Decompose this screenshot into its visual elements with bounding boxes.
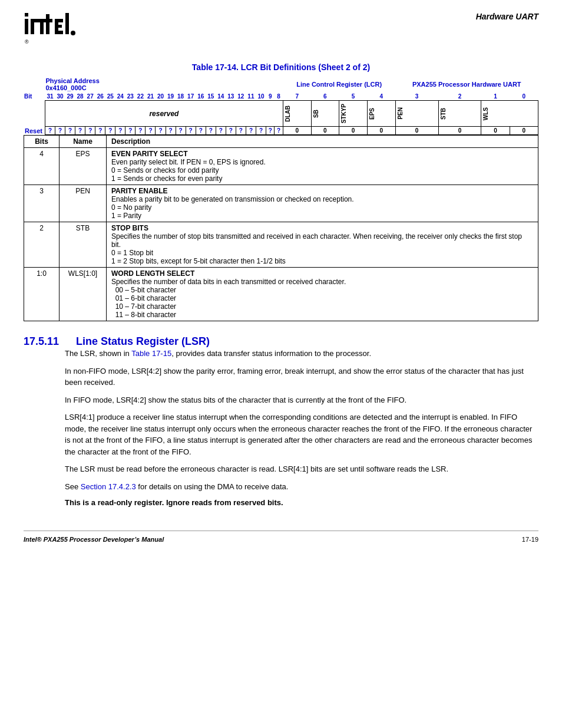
svg-rect-9 — [55, 25, 62, 28]
intel-logo: ® — [24, 12, 77, 45]
name-cell: EPS — [59, 148, 107, 185]
desc-header-row: Bits Name Description — [24, 136, 538, 148]
description-table: Bits Name Description 4 EPS EVEN PARITY … — [24, 135, 538, 321]
label-row: Physical Address 0x4160_000C Line Contro… — [24, 77, 538, 93]
bits-header: Bits — [24, 136, 59, 148]
eps-bit: EPS — [368, 106, 376, 121]
pen-bit: PEN — [396, 106, 404, 121]
name-cell: WLS[1:0] — [59, 268, 107, 321]
description-header: Description — [107, 136, 538, 148]
dlab-bit: DLAB — [284, 104, 292, 124]
bit-number-row: Bit 31302928 27262524 23222120 19181716 … — [24, 93, 538, 101]
svg-point-12 — [71, 31, 75, 35]
svg-rect-3 — [34, 19, 40, 22]
svg-rect-5 — [46, 14, 49, 34]
section-title: Line Status Register (LSR) — [76, 335, 210, 347]
paragraph-5: The LSR must be read before the erroneou… — [65, 463, 538, 475]
register-cells-row: reserved DLAB SB STKYP EPS PEN STB WLS — [24, 101, 538, 127]
page-title: Hardware UART — [476, 12, 538, 21]
sb-bit: SB — [312, 108, 320, 120]
desc-cell: EVEN PARITY SELECT Even parity select bi… — [107, 148, 538, 185]
table-row: 1:0 WLS[1:0] WORD LENGTH SELECT Specifie… — [24, 268, 538, 321]
stkyp-bit: STKYP — [340, 102, 348, 125]
svg-rect-10 — [55, 31, 63, 34]
reserved-label: reserved — [149, 110, 178, 118]
footer-left: Intel® PXA255 Processor Developer’s Manu… — [24, 536, 164, 543]
paragraph-1: The LSR, shown in Table 17-15, provides … — [65, 348, 538, 360]
page-footer: Intel® PXA255 Processor Developer’s Manu… — [24, 531, 538, 543]
svg-rect-8 — [55, 19, 63, 22]
paragraph-2: In non-FIFO mode, LSR[4:2] show the pari… — [65, 365, 538, 388]
page-header: ® Hardware UART — [24, 12, 538, 45]
svg-rect-6 — [43, 19, 52, 22]
section-heading: 17.5.11 Line Status Register (LSR) — [24, 335, 210, 347]
intel-logo-svg — [24, 12, 77, 41]
lcr-label: Line Control Register (LCR) — [296, 81, 382, 88]
name-header: Name — [59, 136, 107, 148]
svg-rect-11 — [65, 13, 69, 34]
bits-cell: 1:0 — [24, 268, 59, 321]
paragraph-4: LSR[4:1] produce a receiver line status … — [65, 411, 538, 457]
footer-right: 17-19 — [522, 536, 538, 543]
pxa-label: PXA255 Processor Hardware UART — [412, 81, 521, 88]
desc-cell: WORD LENGTH SELECT Specifies the number … — [107, 268, 538, 321]
logo-registered: ® — [25, 39, 29, 45]
table-row: 4 EPS EVEN PARITY SELECT Even parity sel… — [24, 148, 538, 185]
section-number: 17.5.11 — [24, 335, 59, 347]
bold-note: This is a read-only register. Ignore rea… — [65, 498, 538, 507]
section-heading-container: 17.5.11 Line Status Register (LSR) — [24, 335, 538, 348]
paragraph-6: See Section 17.4.2.3 for details on usin… — [65, 481, 538, 493]
desc-cell: STOP BITS Specifies the number of stop b… — [107, 222, 538, 268]
wls-bit: WLS — [482, 106, 490, 122]
table-row: 2 STB STOP BITS Specifies the number of … — [24, 222, 538, 268]
table-row: 3 PEN PARITY ENABLE Enables a parity bit… — [24, 185, 538, 222]
reset-row: Reset ? ? ? ? ? ? ? ? ? ? ? ? ? ? ? ? ? … — [24, 127, 538, 135]
paragraph-3: In FIFO mode, LSR[4:2] show the status b… — [65, 394, 538, 406]
reset-label: Reset — [25, 127, 42, 134]
section-link[interactable]: Section 17.4.2.3 — [81, 482, 136, 491]
desc-cell: PARITY ENABLE Enables a parity bit to be… — [107, 185, 538, 222]
table-title: Table 17-14. LCR Bit Definitions (Sheet … — [24, 62, 538, 72]
bit-label: Bit — [24, 93, 32, 100]
name-cell: STB — [59, 222, 107, 268]
svg-rect-1 — [25, 19, 28, 34]
physical-address-label: Physical Address 0x4160_000C — [45, 77, 99, 91]
bits-cell: 2 — [24, 222, 59, 268]
register-map-table: Physical Address 0x4160_000C Line Contro… — [24, 77, 538, 135]
bits-cell: 4 — [24, 148, 59, 185]
name-cell: PEN — [59, 185, 107, 222]
table-link[interactable]: Table 17-15 — [131, 349, 171, 358]
stb-bit: STB — [439, 106, 447, 121]
svg-rect-0 — [25, 13, 28, 17]
bits-cell: 3 — [24, 185, 59, 222]
svg-rect-2 — [31, 19, 34, 34]
